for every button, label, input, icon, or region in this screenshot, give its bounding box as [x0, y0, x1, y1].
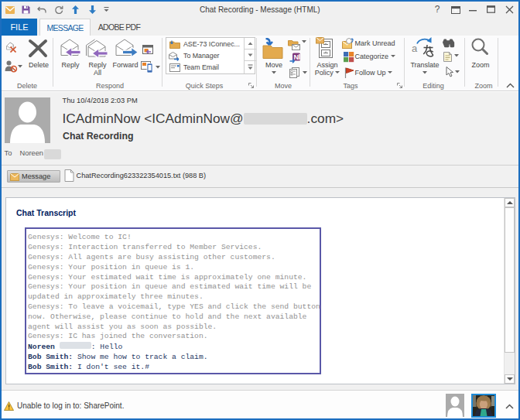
- svg-text:N: N: [294, 53, 299, 61]
